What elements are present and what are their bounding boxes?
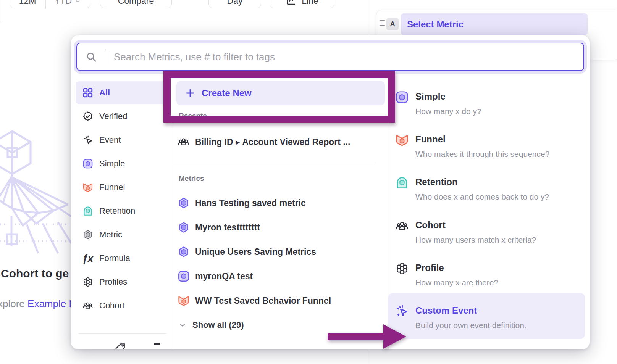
simple-metric-icon (177, 270, 190, 283)
type-option-custom-event[interactable]: Custom Event Build your own event defini… (395, 304, 578, 330)
interval-day-button[interactable]: Day (208, 0, 261, 8)
type-option-text: Custom Event Build your own event defini… (415, 304, 527, 330)
select-metric-button[interactable]: Select Metric (401, 13, 588, 35)
funnel-icon (177, 294, 190, 307)
range-12m-button[interactable]: 12M (10, 0, 45, 8)
type-option-funnel[interactable]: Funnel Who makes it through this sequenc… (395, 133, 578, 159)
formula-fx-icon: ƒx (82, 253, 94, 264)
metric-list-item[interactable]: Unique Users Saving Metrics (177, 244, 385, 259)
search-icon (86, 51, 97, 63)
sidebar-item-label: Simple (99, 159, 125, 169)
sidebar-item-label: Profiles (99, 277, 127, 287)
metric-list-item[interactable]: WW Test Saved Behavior Funnel (177, 293, 385, 308)
sidebar-item-label: Event (99, 135, 121, 145)
type-option-retention[interactable]: Retention Who does x and comes back to d… (395, 176, 578, 202)
sidebar-item-simple[interactable]: Simple (76, 152, 166, 175)
explore-text-fragment: xplore (0, 298, 25, 309)
example-report-link[interactable]: Example R (27, 298, 76, 309)
type-option-text: Simple How many x do y? (415, 90, 481, 116)
type-description: How many users match x criteria? (415, 235, 536, 245)
saved-metric-icon (177, 221, 190, 234)
funnel-icon (82, 182, 94, 193)
series-a-badge: A (386, 18, 399, 30)
interval-label: Day (227, 0, 243, 6)
verified-badge-icon (82, 111, 94, 122)
text-caret (107, 50, 107, 64)
type-option-simple[interactable]: Simple How many x do y? (395, 90, 578, 116)
custom-event-cursor-icon (395, 304, 409, 319)
type-title: Custom Event (415, 304, 527, 317)
sidebar-item-cohort[interactable]: Cohort (76, 294, 166, 317)
recent-item-label: Billing ID ▸ Account Viewed Report ... (195, 137, 350, 147)
sidebar-item-verified[interactable]: Verified (76, 105, 166, 128)
type-description: How many x do y? (415, 106, 481, 116)
chevron-down-icon (178, 321, 187, 329)
annotation-arrow-head (383, 324, 406, 349)
cohort-people-icon (395, 219, 409, 233)
type-option-text: Retention Who does x and comes back to d… (415, 176, 549, 202)
date-range-segmented-control[interactable]: 12M YTD (10, 0, 90, 8)
metric-list-item[interactable]: myronQA test (177, 269, 385, 284)
sidebar-item-label: Metric (99, 230, 122, 240)
annotation-arrow-shaft (328, 333, 384, 340)
simple-metric-icon (82, 158, 94, 169)
select-metric-label: Select Metric (407, 19, 464, 30)
clipped-label-fragment (154, 343, 160, 345)
chart-type-label: Line (302, 0, 318, 6)
sidebar-item-label: Formula (99, 253, 130, 263)
profiles-cluster-icon (395, 261, 409, 276)
background-explore-line: xplore Example R (0, 298, 76, 310)
cohort-people-icon (82, 300, 94, 311)
type-description: Who does x and comes back to do y? (415, 192, 549, 202)
sidebar-item-event[interactable]: Event (76, 129, 166, 151)
funnel-icon (395, 133, 409, 147)
range-ytd-label: YTD (54, 0, 72, 6)
chart-type-line-button[interactable]: Line (270, 0, 334, 8)
saved-metric-icon (177, 196, 190, 209)
sidebar-item-formula[interactable]: ƒx Formula (76, 247, 166, 270)
sidebar-item-profiles[interactable]: Profiles (76, 271, 166, 293)
sidebar-item-label: Verified (99, 111, 127, 121)
cohort-people-icon (177, 135, 190, 148)
range-12m-label: 12M (19, 0, 36, 6)
range-ytd-button[interactable]: YTD (45, 0, 90, 8)
type-title: Cohort (415, 219, 536, 232)
app-screen: 12M YTD Compare Day Line r Cohort to ge … (0, 0, 617, 364)
search-input[interactable] (76, 43, 584, 71)
sidebar-item-label: Cohort (99, 301, 124, 311)
sidebar-item-retention[interactable]: Retention (76, 200, 166, 222)
simple-metric-icon (395, 90, 409, 105)
drag-handle-icon[interactable] (380, 20, 385, 26)
metric-hexagon-icon (82, 229, 94, 240)
compare-button[interactable]: Compare (100, 0, 172, 8)
type-title: Profile (415, 261, 498, 274)
type-option-text: Funnel Who makes it through this sequenc… (415, 133, 549, 159)
annotation-highlight-rectangle (163, 71, 395, 123)
metric-list-item[interactable]: Hans Testing saved metric (177, 195, 385, 211)
type-description: How many x are there? (415, 278, 498, 288)
metric-list-item[interactable]: Myron testttttttt (177, 220, 385, 235)
sidebar-item-funnel[interactable]: Funnel (76, 176, 166, 199)
metric-item-label: WW Test Saved Behavior Funnel (195, 296, 331, 306)
metrics-heading: Metrics (179, 174, 204, 183)
sidebar-section-divider (78, 333, 166, 334)
type-option-cohort[interactable]: Cohort How many users match x criteria? (395, 219, 578, 245)
type-description: Build your own event definition. (415, 321, 527, 330)
tag-icon (115, 342, 126, 349)
compare-label: Compare (118, 0, 154, 6)
type-option-profile[interactable]: Profile How many x are there? (395, 261, 578, 288)
line-chart-icon (286, 0, 297, 6)
type-title: Retention (415, 176, 549, 188)
left-edge-divider (1, 0, 1, 24)
profiles-cluster-icon (82, 276, 94, 288)
grid-icon (82, 87, 94, 98)
show-all-toggle[interactable]: Show all (29) (178, 317, 386, 333)
event-cursor-icon (82, 134, 94, 146)
type-option-text: Cohort How many users match x criteria? (415, 219, 536, 245)
sidebar-item-all[interactable]: All (76, 81, 166, 104)
type-title: Funnel (415, 133, 549, 146)
recent-item-billing[interactable]: Billing ID ▸ Account Viewed Report ... (177, 134, 385, 150)
sidebar-item-metric[interactable]: Metric (76, 223, 166, 246)
chevron-down-icon (75, 0, 81, 5)
metric-item-label: Hans Testing saved metric (195, 198, 306, 208)
